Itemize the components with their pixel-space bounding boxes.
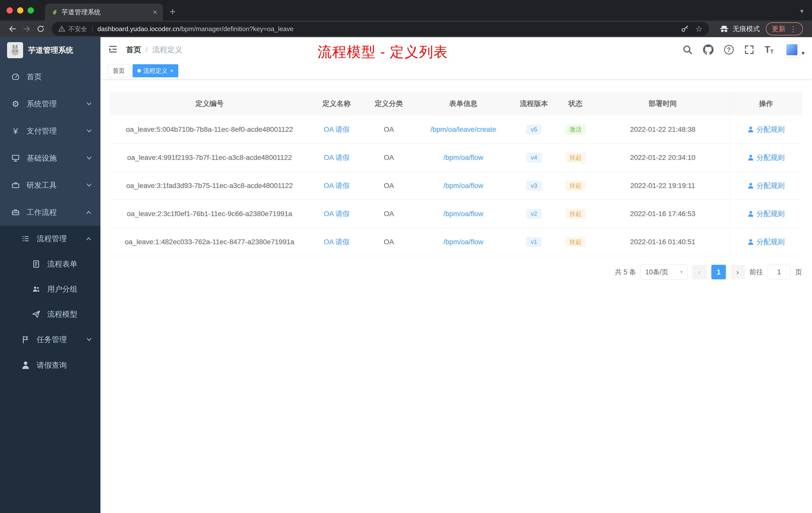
- deploy-time: 2022-01-22 20:34:10: [596, 144, 730, 172]
- status-badge: 挂起: [566, 181, 585, 191]
- browser-update-button[interactable]: 更新 ⋮: [766, 22, 803, 35]
- form-info-link[interactable]: /bpm/oa/flow: [443, 238, 483, 246]
- assign-rule-link[interactable]: 分配规则: [748, 209, 785, 219]
- tag-close-icon[interactable]: ×: [170, 68, 174, 74]
- assign-rule-link[interactable]: 分配规则: [748, 153, 785, 162]
- reload-button[interactable]: [34, 22, 48, 36]
- version-tag: v2: [526, 209, 541, 219]
- password-key-icon[interactable]: [681, 25, 689, 33]
- chevron-down-icon: [86, 182, 92, 188]
- next-page-button[interactable]: ›: [730, 265, 745, 279]
- github-icon[interactable]: [703, 44, 714, 55]
- form-info-link[interactable]: /bpm/oa/flow: [443, 182, 483, 190]
- chevron-up-icon: [86, 209, 92, 215]
- url-text[interactable]: dashboard.yudao.iocoder.cn/bpm/manager/d…: [97, 25, 681, 33]
- tag-home[interactable]: 首页: [108, 64, 129, 77]
- col-definition-name: 定义名称: [310, 92, 364, 116]
- definition-id: oa_leave:1:482ec033-762a-11ec-8477-a2380…: [110, 228, 310, 256]
- sidebar-collapse-icon[interactable]: [108, 44, 119, 55]
- definition-name-link[interactable]: OA 请假: [324, 125, 349, 134]
- monitor-icon: [11, 154, 20, 163]
- address-bar[interactable]: 不安全 dashboard.yudao.iocoder.cn/bpm/manag…: [52, 22, 709, 36]
- sidebar-item-payment-management[interactable]: ¥ 支付管理: [0, 117, 100, 145]
- app-logo[interactable]: 芋道管理系统: [0, 37, 100, 63]
- assign-rule-link[interactable]: 分配规则: [748, 237, 785, 247]
- sidebar-item-leave-query[interactable]: 请假查询: [0, 352, 100, 378]
- page-number-button[interactable]: 1: [711, 265, 726, 279]
- breadcrumb-home[interactable]: 首页: [126, 45, 141, 55]
- definition-name-link[interactable]: OA 请假: [324, 237, 349, 247]
- table-row: oa_leave:4:991f2193-7b7f-11ec-a3c8-acde4…: [110, 144, 802, 172]
- goto-page-input[interactable]: [767, 265, 791, 279]
- back-button[interactable]: [5, 22, 20, 36]
- sidebar-item-infrastructure[interactable]: 基础设施: [0, 145, 100, 172]
- caret-down-icon: ▾: [802, 50, 805, 58]
- bookmark-star-icon[interactable]: ☆: [695, 24, 702, 34]
- security-label[interactable]: 不安全: [68, 25, 87, 33]
- definition-category: OA: [364, 116, 414, 143]
- assign-rule-link[interactable]: 分配规则: [748, 181, 785, 190]
- sidebar-item-process-model[interactable]: 流程模型: [0, 302, 100, 327]
- chevron-down-icon: [86, 101, 92, 107]
- search-icon[interactable]: [683, 45, 693, 55]
- breadcrumb-current: 流程定义: [152, 45, 182, 55]
- deploy-time: 2022-01-16 17:46:53: [596, 200, 730, 228]
- logo-avatar: [7, 42, 23, 58]
- table-row: oa_leave:2:3c1f0ef1-76b1-11ec-9c66-a2380…: [110, 200, 802, 228]
- version-tag: v3: [526, 181, 541, 190]
- col-form-info: 表单信息: [414, 92, 513, 116]
- person-icon: [748, 211, 754, 217]
- deploy-time: 2022-01-22 21:48:38: [596, 116, 730, 143]
- definition-table: 定义编号 定义名称 定义分类 表单信息 流程版本 状态 部署时间 操作 oa_l…: [110, 92, 802, 256]
- browser-toolbar: 不安全 dashboard.yudao.iocoder.cn/bpm/manag…: [0, 21, 812, 37]
- assign-rule-link[interactable]: 分配规则: [748, 125, 785, 134]
- browser-tab-strip: 芋道管理系统 × + ▾: [0, 0, 812, 21]
- help-icon[interactable]: ?: [724, 45, 734, 55]
- sidebar-item-user-group[interactable]: 用户分组: [0, 277, 100, 302]
- definition-name-link[interactable]: OA 请假: [324, 181, 349, 190]
- col-status: 状态: [555, 92, 596, 116]
- list-icon: [21, 234, 30, 243]
- definition-name-link[interactable]: OA 请假: [324, 209, 349, 219]
- zoom-window-button[interactable]: [28, 7, 34, 13]
- minimize-window-button[interactable]: [17, 7, 23, 13]
- sidebar-item-process-management[interactable]: 流程管理: [0, 226, 100, 251]
- col-definition-id: 定义编号: [110, 92, 310, 116]
- tab-search-chevron-icon[interactable]: ▾: [800, 7, 804, 15]
- version-tag: v1: [526, 237, 541, 247]
- browser-tab[interactable]: 芋道管理系统 ×: [45, 3, 163, 21]
- sidebar-item-system-management[interactable]: ⚙ 系统管理: [0, 90, 100, 117]
- tab-close-icon[interactable]: ×: [153, 8, 157, 16]
- chevron-down-icon: [86, 337, 92, 342]
- definition-name-link[interactable]: OA 请假: [324, 153, 349, 162]
- form-info-link[interactable]: /bpm/oa/flow: [443, 210, 483, 218]
- browser-menu-icon[interactable]: ⋮: [789, 25, 797, 33]
- sidebar-item-home[interactable]: 首页: [0, 63, 100, 90]
- sidebar-item-process-form[interactable]: 流程表单: [0, 251, 100, 277]
- definition-id: oa_leave:5:004b710b-7b8a-11ec-8ef0-acde4…: [110, 116, 310, 143]
- forward-button[interactable]: [20, 22, 34, 36]
- sidebar-item-workflow[interactable]: 工作流程: [0, 199, 100, 226]
- form-info-link[interactable]: /bpm/oa/leave/create: [431, 125, 496, 133]
- tag-process-definition[interactable]: 流程定义 ×: [133, 64, 178, 77]
- sidebar-item-task-management[interactable]: 任务管理: [0, 327, 100, 352]
- user-avatar[interactable]: ▾: [784, 42, 805, 58]
- page-size-select[interactable]: 10条/页 ▾: [640, 265, 688, 280]
- main-area: 流程模型 - 定义列表 首页 / 流程定义 ? TT ▾: [100, 37, 812, 513]
- status-badge: 挂起: [566, 153, 585, 163]
- table-row: oa_leave:3:1fad3d93-7b75-11ec-a3c8-acde4…: [110, 172, 802, 200]
- person-icon: [748, 126, 754, 133]
- sidebar-item-dev-tools[interactable]: 研发工具: [0, 172, 100, 199]
- deploy-time: 2022-01-16 01:40:51: [596, 228, 730, 256]
- col-definition-category: 定义分类: [364, 92, 414, 116]
- tab-favicon: [51, 8, 58, 16]
- close-window-button[interactable]: [6, 7, 13, 13]
- status-badge: 挂起: [566, 237, 585, 247]
- col-process-version: 流程版本: [513, 92, 555, 116]
- form-info-link[interactable]: /bpm/oa/flow: [443, 154, 483, 162]
- font-size-icon[interactable]: TT: [765, 44, 774, 55]
- prev-page-button[interactable]: ‹: [692, 265, 707, 279]
- fullscreen-icon[interactable]: [744, 45, 754, 55]
- security-warning-icon: [58, 25, 65, 32]
- new-tab-button[interactable]: +: [170, 6, 176, 17]
